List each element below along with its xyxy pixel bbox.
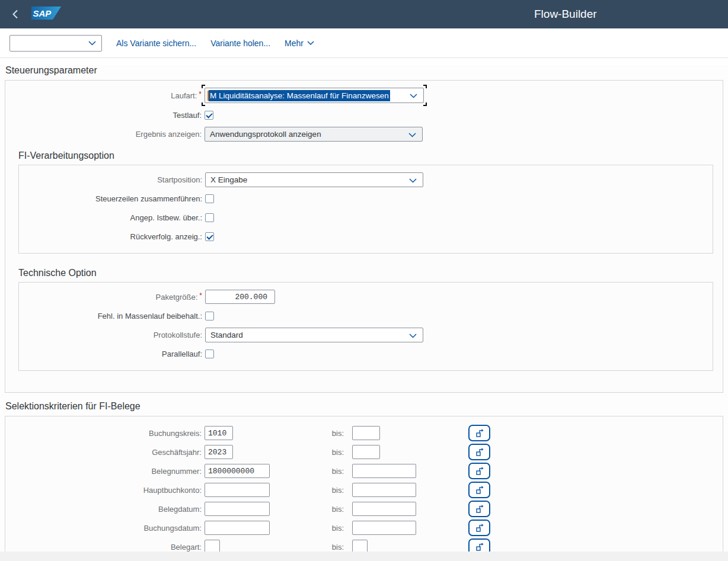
geschaeftsjahr-row: Geschäftsjahr: bis: bbox=[5, 443, 723, 461]
bis-label: bis: bbox=[326, 448, 344, 457]
steuerzeilen-label: Steuerzeilen zusammenführen: bbox=[19, 194, 205, 203]
section-title-steuerungsparameter: Steuerungsparameter bbox=[5, 65, 723, 76]
buchungsdatum-multiselect-button[interactable] bbox=[468, 520, 490, 536]
save-variant-link[interactable]: Als Variante sichern... bbox=[116, 39, 196, 48]
multiselect-icon bbox=[475, 542, 484, 552]
belegdatum-multiselect-button[interactable] bbox=[468, 501, 490, 517]
chevron-left-icon bbox=[12, 9, 18, 19]
angep-istbew-checkbox[interactable] bbox=[205, 213, 214, 222]
bis-label: bis: bbox=[326, 505, 344, 514]
ergebnis-row: Ergebnis anzeigen: Anwendungsprotokoll a… bbox=[5, 124, 723, 143]
protokollstufe-combobox[interactable]: Standard bbox=[205, 328, 423, 342]
chevron-down-icon bbox=[307, 41, 314, 46]
bis-label: bis: bbox=[326, 429, 344, 438]
protokollstufe-combobox-value: Standard bbox=[206, 331, 243, 339]
geschaeftsjahr-multiselect-button[interactable] bbox=[468, 444, 490, 460]
chevron-down-icon bbox=[88, 41, 96, 46]
belegdatum-to-input[interactable] bbox=[352, 502, 416, 516]
testlauf-row: Testlauf: bbox=[5, 105, 723, 124]
buchungskreis-label: Buchungskreis: bbox=[5, 429, 205, 438]
startposition-row: Startposition: X Eingabe bbox=[19, 170, 713, 189]
rueckverfolg-row: Rückverfolg. anzeig.: bbox=[19, 227, 713, 246]
fehl-massenlauf-checkbox[interactable] bbox=[205, 312, 214, 320]
paketgroesse-input[interactable] bbox=[205, 290, 275, 304]
ergebnis-label: Ergebnis anzeigen: bbox=[5, 130, 205, 139]
group-box-technische-option: Paketgröße:* Fehl. in Massenlauf beibeha… bbox=[18, 282, 713, 371]
multiselect-icon bbox=[475, 523, 484, 533]
belegnummer-to-input[interactable] bbox=[352, 464, 416, 478]
buchungsdatum-row: Buchungsdatum: bis: bbox=[5, 518, 723, 537]
parallellauf-checkbox[interactable] bbox=[205, 350, 214, 358]
multiselect-icon bbox=[475, 466, 484, 476]
multiselect-icon bbox=[475, 428, 484, 438]
hauptbuchkonto-from-input[interactable] bbox=[205, 483, 270, 497]
hauptbuchkonto-to-input[interactable] bbox=[352, 483, 416, 497]
more-menu-button[interactable]: Mehr bbox=[285, 39, 314, 48]
group-box-steuerungsparameter: Laufart:* M Liquiditätsanalyse: Massenla… bbox=[5, 80, 723, 393]
steuerzeilen-row: Steuerzeilen zusammenführen: bbox=[19, 189, 713, 208]
multiselect-icon bbox=[475, 485, 484, 495]
laufart-focus-outline: M Liquiditätsanalyse: Massenlauf für Fin… bbox=[205, 88, 424, 103]
section-title-technische-option: Technische Option bbox=[18, 268, 723, 278]
laufart-combobox[interactable]: M Liquiditätsanalyse: Massenlauf für Fin… bbox=[205, 88, 424, 103]
paketgroesse-label: Paketgröße:* bbox=[19, 293, 205, 302]
chevron-down-icon bbox=[409, 334, 417, 338]
ergebnis-combobox[interactable]: Anwendungsprotokoll anzeigen bbox=[205, 127, 423, 142]
angep-istbew-row: Angep. Istbew. über.: bbox=[19, 208, 713, 227]
group-box-fi-verarbeitungsoption: Startposition: X Eingabe Steuerzeilen zu… bbox=[18, 165, 713, 254]
page-title: Flow-Builder bbox=[534, 0, 597, 28]
chevron-down-icon bbox=[408, 133, 416, 137]
bis-label: bis: bbox=[326, 467, 344, 476]
multiselect-icon bbox=[475, 447, 484, 457]
ergebnis-combobox-value: Anwendungsprotokoll anzeigen bbox=[205, 130, 321, 139]
protokollstufe-row: Protokollstufe: Standard bbox=[19, 325, 713, 344]
belegdatum-label: Belegdatum: bbox=[5, 505, 205, 514]
geschaeftsjahr-label: Geschäftsjahr: bbox=[5, 448, 205, 457]
rueckverfolg-checkbox[interactable] bbox=[205, 232, 214, 241]
section-title-fi-verarbeitungsoption: FI-Verarbeitungsoption bbox=[18, 150, 723, 161]
hauptbuchkonto-multiselect-button[interactable] bbox=[468, 482, 490, 498]
variant-toolbar: Als Variante sichern... Variante holen..… bbox=[0, 28, 728, 58]
buchungskreis-to-input[interactable] bbox=[352, 426, 380, 440]
required-indicator: * bbox=[199, 291, 202, 300]
buchungsdatum-from-input[interactable] bbox=[205, 521, 270, 535]
buchungskreis-multiselect-button[interactable] bbox=[468, 425, 490, 441]
bis-label: bis: bbox=[326, 524, 344, 533]
back-button[interactable] bbox=[12, 8, 21, 20]
bis-label: bis: bbox=[326, 543, 344, 552]
testlauf-label: Testlauf: bbox=[5, 111, 205, 120]
sap-logo-text: SAP bbox=[33, 8, 52, 18]
get-variant-link[interactable]: Variante holen... bbox=[210, 39, 270, 48]
belegnummer-multiselect-button[interactable] bbox=[468, 463, 490, 479]
rueckverfolg-label: Rückverfolg. anzeig.: bbox=[19, 232, 205, 241]
buchungsdatum-to-input[interactable] bbox=[352, 521, 416, 535]
belegdatum-row: Belegdatum: bis: bbox=[5, 499, 723, 518]
main-content: Steuerungsparameter Laufart:* M Liquidit… bbox=[0, 65, 728, 561]
angep-istbew-label: Angep. Istbew. über.: bbox=[19, 213, 205, 222]
hauptbuchkonto-row: Hauptbuchkonto: bis: bbox=[5, 480, 723, 499]
variant-combobox[interactable] bbox=[9, 35, 102, 52]
buchungsdatum-label: Buchungsdatum: bbox=[5, 524, 205, 533]
belegnummer-row: Belegnummer: bis: bbox=[5, 461, 723, 480]
bis-label: bis: bbox=[326, 486, 344, 495]
geschaeftsjahr-from-input[interactable] bbox=[205, 445, 233, 459]
bottom-scrollbar-track[interactable] bbox=[0, 552, 728, 561]
required-indicator: * bbox=[199, 90, 202, 98]
parallellauf-label: Parallellauf: bbox=[19, 350, 205, 358]
parallellauf-row: Parallellauf: bbox=[19, 344, 713, 363]
buchungskreis-row: Buchungskreis: bis: bbox=[5, 424, 723, 443]
startposition-label: Startposition: bbox=[19, 175, 205, 184]
section-title-selektionskriterien: Selektionskriterien für FI-Belege bbox=[5, 401, 723, 412]
testlauf-checkbox[interactable] bbox=[205, 111, 213, 120]
chevron-down-icon bbox=[409, 178, 417, 183]
startposition-combobox[interactable]: X Eingabe bbox=[205, 172, 423, 187]
protokollstufe-label: Protokollstufe: bbox=[19, 331, 205, 339]
fehl-massenlauf-row: Fehl. in Massenlauf beibehalt.: bbox=[19, 306, 713, 325]
belegart-label: Belegart: bbox=[5, 543, 205, 552]
geschaeftsjahr-to-input[interactable] bbox=[352, 445, 380, 459]
buchungskreis-from-input[interactable] bbox=[205, 426, 233, 440]
belegnummer-from-input[interactable] bbox=[205, 464, 270, 478]
belegdatum-from-input[interactable] bbox=[205, 502, 270, 516]
steuerzeilen-checkbox[interactable] bbox=[205, 194, 214, 203]
belegnummer-label: Belegnummer: bbox=[5, 467, 205, 476]
